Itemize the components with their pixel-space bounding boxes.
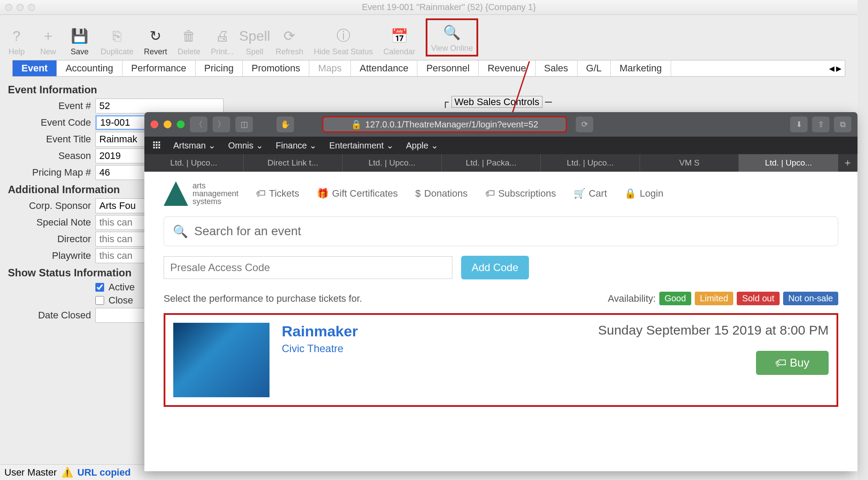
event-title-link[interactable]: Rainmaker [282, 323, 586, 340]
user-label: User Master [4, 467, 57, 478]
browser-tab[interactable]: Ltd. | Packa... [442, 154, 541, 172]
tab-revenue[interactable]: Revenue [479, 60, 535, 76]
event-num-field[interactable] [95, 99, 224, 113]
print-icon: 🖨 [212, 25, 233, 46]
address-bar[interactable]: 🔒 127.0.0.1/TheatreManager/1/login?event… [322, 116, 567, 133]
tab-pricing[interactable]: Pricing [196, 60, 243, 76]
search-input[interactable]: 🔍 Search for an event [164, 216, 838, 246]
nav-login[interactable]: 🔒 Login [624, 188, 663, 199]
zoom-icon[interactable] [28, 4, 35, 11]
toolbar-hide-seat[interactable]: ⓘHide Seat Status [314, 25, 373, 56]
browser-tab[interactable]: Ltd. | Upco... [144, 154, 244, 172]
availability-legend: Availability: Good Limited Sold out Not … [608, 292, 838, 305]
download-button[interactable]: ⬇ [790, 116, 808, 132]
toolbar-new[interactable]: ＋New [38, 25, 59, 56]
closed-checkbox[interactable] [95, 296, 104, 305]
tab-promotions[interactable]: Promotions [243, 60, 309, 76]
reload-button[interactable]: ⟳ [576, 116, 593, 132]
toolbar-revert[interactable]: ↻Revert [144, 25, 167, 56]
back-button[interactable]: 〈 [190, 116, 207, 132]
toolbar-spell[interactable]: SpellSpell [244, 25, 265, 56]
label-season: Season [8, 150, 91, 162]
nav-gift-certificates[interactable]: 🎁 Gift Certificates [317, 188, 398, 199]
label-event-code: Event Code [8, 117, 91, 128]
browser-toolbar: 〈 〉 ◫ ✋ 🔒 127.0.0.1/TheatreManager/1/log… [144, 112, 858, 137]
add-code-button[interactable]: Add Code [461, 256, 529, 279]
buy-button[interactable]: 🏷 Buy [756, 351, 829, 375]
label-date-closed: Date Closed [8, 310, 91, 321]
toolbar-calendar[interactable]: 📅Calendar [383, 25, 415, 56]
chevron-down-icon: ⌄ [431, 140, 438, 151]
toolbar-print[interactable]: 🖨Print... [211, 25, 234, 56]
share-button[interactable]: ⇪ [812, 116, 830, 132]
logo-icon [164, 181, 188, 206]
tab-scroll[interactable]: ◀ ▶ [826, 60, 845, 76]
forward-button[interactable]: 〉 [213, 116, 230, 132]
browser-tab[interactable]: VM S [640, 154, 739, 172]
tab-personnel[interactable]: Personnel [417, 60, 479, 76]
tab-accounting[interactable]: Accounting [57, 60, 122, 76]
fav-apple[interactable]: Apple ⌄ [406, 140, 438, 151]
presale-input[interactable] [164, 256, 452, 279]
titlebar: Event 19-001 "Rainmaker" (52) {Company 1… [0, 0, 858, 15]
toolbar-save[interactable]: 💾Save [69, 25, 90, 56]
toolbar-help[interactable]: ?Help [6, 25, 27, 56]
favorites-bar: Artsman ⌄Omnis ⌄Finance ⌄Entertainment ⌄… [144, 137, 858, 154]
active-checkbox[interactable] [95, 283, 104, 292]
zoom-icon[interactable] [177, 120, 185, 128]
tab-sales[interactable]: Sales [536, 60, 578, 76]
site-logo[interactable]: artsmanagementsystems [164, 181, 238, 206]
minimize-icon[interactable] [164, 120, 172, 128]
close-icon[interactable] [5, 4, 12, 11]
fav-artsman[interactable]: Artsman ⌄ [173, 140, 216, 151]
browser-tab[interactable]: Ltd. | Upco... [343, 154, 442, 172]
browser-tab[interactable]: Ltd. | Upco... [739, 154, 838, 172]
event-venue: Civic Theatre [282, 342, 586, 355]
badge-notonsale: Not on-sale [783, 292, 838, 305]
fav-finance[interactable]: Finance ⌄ [276, 140, 317, 151]
spell-icon: Spell [244, 25, 265, 46]
nav-tickets[interactable]: 🏷 Tickets [256, 188, 299, 199]
window-controls [0, 4, 40, 11]
label-corp: Corp. Sponsor [8, 200, 91, 212]
sidebar-button[interactable]: ◫ [235, 116, 253, 132]
tab-event[interactable]: Event [13, 60, 57, 76]
tab-marketing[interactable]: Marketing [611, 60, 671, 76]
new-icon: ＋ [38, 25, 59, 46]
toolbar-duplicate[interactable]: ⎘Duplicate [101, 25, 133, 56]
event-date: Sunday September 15 2019 at 8:00 PM [598, 323, 829, 338]
tab-performance[interactable]: Performance [122, 60, 196, 76]
label-active: Active [108, 282, 135, 293]
delete-icon: 🗑 [178, 25, 200, 46]
shield-button[interactable]: ✋ [276, 116, 294, 132]
tabs-button[interactable]: ⧉ [834, 116, 851, 132]
fav-omnis[interactable]: Omnis ⌄ [228, 140, 263, 151]
status-message: URL copied [77, 467, 131, 478]
badge-soldout: Sold out [737, 292, 779, 305]
tab-strip: EventAccountingPerformancePricingPromoti… [12, 60, 845, 77]
close-icon[interactable] [150, 120, 158, 128]
apps-icon[interactable] [153, 141, 161, 149]
label-closed: Close [108, 295, 133, 306]
fav-entertainment[interactable]: Entertainment ⌄ [329, 140, 394, 151]
new-tab-button[interactable]: + [838, 154, 858, 172]
help-icon: ? [6, 25, 27, 46]
tab-attendance[interactable]: Attendance [351, 60, 417, 76]
nav-donations[interactable]: $ Donations [415, 188, 467, 199]
browser-tab[interactable]: Ltd. | Upco... [541, 154, 640, 172]
browser-tab[interactable]: Direct Link t... [244, 154, 343, 172]
toolbar-delete[interactable]: 🗑Delete [178, 25, 200, 56]
hide-seat-icon: ⓘ [333, 25, 354, 46]
search-icon: 🔍 [173, 224, 188, 239]
label-special: Special Note [8, 217, 91, 228]
tab-maps[interactable]: Maps [309, 60, 351, 76]
toolbar-refresh[interactable]: ⟳Refresh [276, 25, 303, 56]
warning-icon: ⚠️ [61, 467, 73, 478]
select-performance-text: Select the performance to purchase ticke… [164, 293, 362, 304]
minimize-icon[interactable] [17, 4, 24, 11]
nav-subscriptions[interactable]: 🏷 Subscriptions [485, 188, 556, 199]
tab-g/l[interactable]: G/L [578, 60, 611, 76]
web-page: artsmanagementsystems 🏷 Tickets🎁 Gift Ce… [144, 172, 858, 471]
nav-cart[interactable]: 🛒 Cart [574, 188, 607, 199]
toolbar-view-online[interactable]: 🔍View Online [426, 18, 478, 56]
